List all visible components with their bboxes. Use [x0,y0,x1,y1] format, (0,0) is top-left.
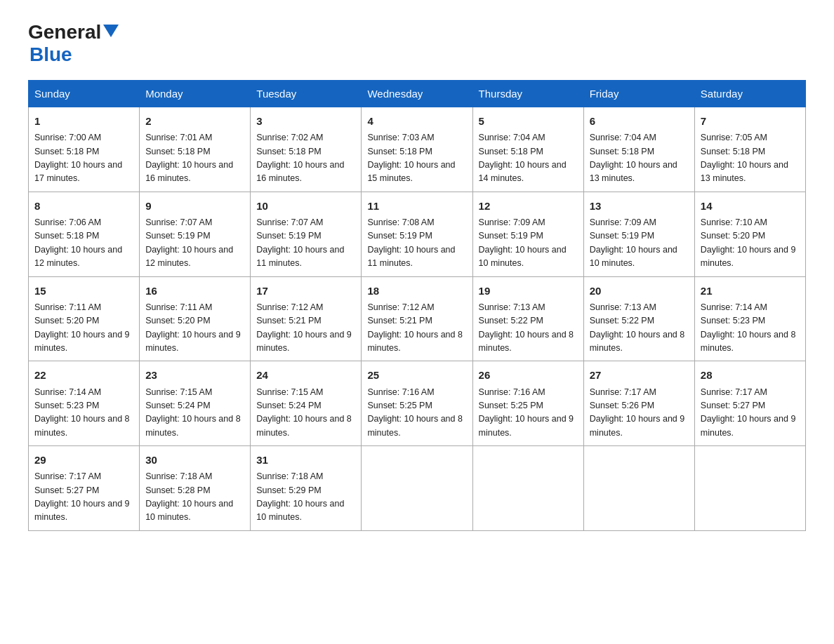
calendar-cell: 10Sunrise: 7:07 AMSunset: 5:19 PMDayligh… [251,192,362,276]
calendar-cell: 16Sunrise: 7:11 AMSunset: 5:20 PMDayligh… [140,276,251,361]
sunset-text: Sunset: 5:25 PM [367,401,432,410]
sunrise-text: Sunrise: 7:00 AM [34,133,101,142]
calendar-cell: 6Sunrise: 7:04 AMSunset: 5:18 PMDaylight… [583,107,694,192]
calendar-cell: 22Sunrise: 7:14 AMSunset: 5:23 PMDayligh… [29,361,140,446]
daylight-text: Daylight: 10 hours and 8 minutes. [34,414,130,437]
weekday-header-sunday: Sunday [29,81,140,107]
sunrise-text: Sunrise: 7:08 AM [367,217,434,227]
calendar-cell: 13Sunrise: 7:09 AMSunset: 5:19 PMDayligh… [583,192,694,276]
day-number: 31 [256,452,355,468]
sunset-text: Sunset: 5:20 PM [145,316,210,326]
daylight-text: Daylight: 10 hours and 16 minutes. [145,160,233,183]
sunset-text: Sunset: 5:21 PM [367,316,432,326]
daylight-text: Daylight: 10 hours and 13 minutes. [701,160,788,183]
calendar-cell [694,446,805,531]
calendar-cell: 1Sunrise: 7:00 AMSunset: 5:18 PMDaylight… [29,107,140,192]
calendar-cell: 28Sunrise: 7:17 AMSunset: 5:27 PMDayligh… [694,361,805,446]
daylight-text: Daylight: 10 hours and 10 minutes. [590,245,677,268]
sunrise-text: Sunrise: 7:09 AM [479,217,545,227]
sunrise-text: Sunrise: 7:07 AM [256,217,323,227]
sunrise-text: Sunrise: 7:13 AM [479,302,545,312]
sunset-text: Sunset: 5:18 PM [256,147,321,156]
logo-triangle-icon [103,25,119,43]
sunset-text: Sunset: 5:18 PM [590,147,654,156]
daylight-text: Daylight: 10 hours and 11 minutes. [367,245,455,268]
calendar-cell: 27Sunrise: 7:17 AMSunset: 5:26 PMDayligh… [583,361,694,446]
calendar-cell: 18Sunrise: 7:12 AMSunset: 5:21 PMDayligh… [362,276,472,361]
sunrise-text: Sunrise: 7:06 AM [34,217,101,227]
page-header: General Blue [28,21,806,66]
sunset-text: Sunset: 5:19 PM [590,231,654,241]
sunset-text: Sunset: 5:18 PM [479,147,543,156]
day-number: 10 [256,198,355,214]
day-number: 21 [701,283,800,299]
sunset-text: Sunset: 5:19 PM [479,231,543,241]
day-number: 8 [34,198,133,214]
day-number: 19 [479,283,578,299]
sunrise-text: Sunrise: 7:17 AM [701,387,767,397]
day-number: 16 [145,283,244,299]
sunset-text: Sunset: 5:22 PM [590,316,654,326]
sunset-text: Sunset: 5:18 PM [34,231,99,241]
daylight-text: Daylight: 10 hours and 10 minutes. [256,499,344,522]
daylight-text: Daylight: 10 hours and 9 minutes. [701,245,796,268]
day-number: 17 [256,283,355,299]
daylight-text: Daylight: 10 hours and 8 minutes. [367,330,463,353]
calendar-cell [583,446,694,531]
sunrise-text: Sunrise: 7:13 AM [590,302,656,312]
sunset-text: Sunset: 5:19 PM [367,231,432,241]
calendar-week-row: 29Sunrise: 7:17 AMSunset: 5:27 PMDayligh… [29,446,806,531]
sunset-text: Sunset: 5:19 PM [256,231,321,241]
weekday-header-row: SundayMondayTuesdayWednesdayThursdayFrid… [29,81,806,107]
calendar-week-row: 8Sunrise: 7:06 AMSunset: 5:18 PMDaylight… [29,192,806,276]
day-number: 27 [590,367,689,383]
sunrise-text: Sunrise: 7:10 AM [701,217,767,227]
calendar-cell [472,446,583,531]
calendar-week-row: 15Sunrise: 7:11 AMSunset: 5:20 PMDayligh… [29,276,806,361]
calendar-cell [362,446,472,531]
sunset-text: Sunset: 5:27 PM [34,485,99,495]
daylight-text: Daylight: 10 hours and 9 minutes. [256,330,352,353]
sunrise-text: Sunrise: 7:16 AM [479,387,545,397]
logo-blue-text: Blue [29,43,72,65]
sunrise-text: Sunrise: 7:17 AM [34,471,101,481]
weekday-header-monday: Monday [140,81,251,107]
calendar-cell: 8Sunrise: 7:06 AMSunset: 5:18 PMDaylight… [29,192,140,276]
calendar-cell: 12Sunrise: 7:09 AMSunset: 5:19 PMDayligh… [472,192,583,276]
day-number: 25 [367,367,466,383]
sunrise-text: Sunrise: 7:04 AM [479,133,545,142]
sunset-text: Sunset: 5:18 PM [145,147,210,156]
sunset-text: Sunset: 5:29 PM [256,485,321,495]
calendar-cell: 21Sunrise: 7:14 AMSunset: 5:23 PMDayligh… [694,276,805,361]
sunset-text: Sunset: 5:20 PM [34,316,99,326]
sunrise-text: Sunrise: 7:14 AM [34,387,101,397]
weekday-header-friday: Friday [583,81,694,107]
daylight-text: Daylight: 10 hours and 9 minutes. [590,414,685,437]
day-number: 4 [367,113,466,129]
sunrise-text: Sunrise: 7:11 AM [145,302,212,312]
logo-general-text: General [28,21,101,43]
sunset-text: Sunset: 5:18 PM [34,147,99,156]
sunset-text: Sunset: 5:22 PM [479,316,543,326]
calendar-cell: 25Sunrise: 7:16 AMSunset: 5:25 PMDayligh… [362,361,472,446]
daylight-text: Daylight: 10 hours and 14 minutes. [479,160,567,183]
day-number: 9 [145,198,244,214]
sunrise-text: Sunrise: 7:15 AM [256,387,323,397]
sunrise-text: Sunrise: 7:12 AM [256,302,323,312]
sunset-text: Sunset: 5:23 PM [701,316,765,326]
daylight-text: Daylight: 10 hours and 10 minutes. [479,245,567,268]
calendar-cell: 2Sunrise: 7:01 AMSunset: 5:18 PMDaylight… [140,107,251,192]
sunrise-text: Sunrise: 7:15 AM [145,387,212,397]
daylight-text: Daylight: 10 hours and 9 minutes. [34,499,130,522]
day-number: 6 [590,113,689,129]
daylight-text: Daylight: 10 hours and 9 minutes. [479,414,574,437]
daylight-text: Daylight: 10 hours and 12 minutes. [34,245,122,268]
day-number: 3 [256,113,355,129]
sunset-text: Sunset: 5:23 PM [34,401,99,410]
calendar-week-row: 1Sunrise: 7:00 AMSunset: 5:18 PMDaylight… [29,107,806,192]
sunrise-text: Sunrise: 7:17 AM [590,387,656,397]
weekday-header-thursday: Thursday [472,81,583,107]
calendar-cell: 24Sunrise: 7:15 AMSunset: 5:24 PMDayligh… [251,361,362,446]
calendar-cell: 26Sunrise: 7:16 AMSunset: 5:25 PMDayligh… [472,361,583,446]
day-number: 1 [34,113,133,129]
